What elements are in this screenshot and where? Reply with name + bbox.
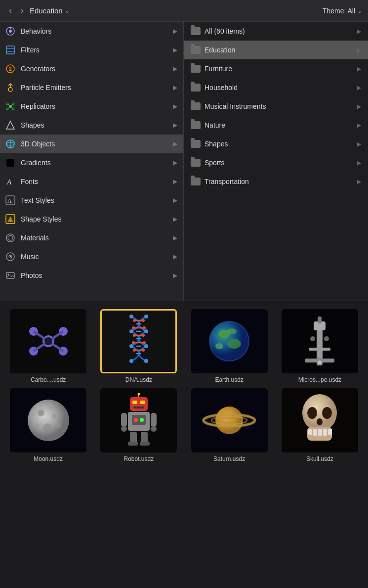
folder-transportation-icon [191,178,201,185]
grid-item-carbo[interactable]: Carbo....usdz [5,309,91,383]
svg-rect-116 [151,413,157,427]
music-chevron: ▶ [173,253,177,260]
sidebar-item-filters[interactable]: Filters ▶ [0,41,183,59]
sidebar: Behaviors ▶ Filters ▶ 2 Generators ▶ [0,22,184,301]
grid-item-dna[interactable]: DNA.usdz [95,309,182,383]
svg-point-124 [215,407,243,434]
theme-selector[interactable]: Theme: All ⌄ [323,7,362,15]
grid-container: Carbo....usdz [0,301,368,470]
transportation-chevron: ▶ [357,179,361,185]
category-furniture[interactable]: Furniture ▶ [184,59,368,78]
shape-styles-icon [5,214,16,225]
materials-chevron: ▶ [173,234,177,241]
svg-point-101 [43,423,52,432]
category-sports[interactable]: Sports ▶ [184,153,368,172]
svg-point-76 [142,334,145,337]
robot-svg [119,393,159,448]
svg-line-17 [8,104,9,106]
category-shapes[interactable]: Shapes ▶ [184,135,368,153]
svg-point-75 [133,334,136,337]
sidebar-item-3d-objects[interactable]: 3D Objects ▶ [0,135,183,153]
folder-shapes-icon [191,140,201,148]
sidebar-item-text-styles-label: Text Styles [21,196,54,204]
sidebar-item-shapes[interactable]: Shapes ▶ [0,116,183,135]
sidebar-item-shape-styles[interactable]: Shape Styles ▶ [0,210,183,228]
svg-point-100 [52,414,57,419]
emitters-icon [5,82,16,93]
svg-line-18 [11,104,12,106]
text-styles-chevron: ▶ [173,197,177,204]
fonts-icon: A [5,176,16,187]
sidebar-item-replicators[interactable]: Replicators ▶ [0,97,183,116]
svg-point-117 [121,426,127,432]
3d-chevron: ▶ [173,140,177,147]
svg-point-86 [227,328,237,334]
svg-rect-25 [6,159,14,167]
svg-marker-31 [7,216,13,222]
svg-point-13 [6,103,8,105]
grid-item-moon[interactable]: Moon.usdz [5,388,91,462]
materials-icon [5,232,16,243]
sidebar-item-generators[interactable]: 2 Generators ▶ [0,59,183,78]
svg-rect-122 [140,442,150,446]
shape-styles-chevron: ▶ [173,216,177,223]
folder-nature-icon [191,121,201,129]
furniture-chevron: ▶ [357,66,361,72]
dna-label: DNA.usdz [125,376,152,383]
category-education[interactable]: Education ▶ [184,41,368,59]
sports-chevron: ▶ [357,160,361,166]
skull-svg [297,393,342,448]
earth-label: Earth.usdz [215,376,243,383]
saturn-svg [200,398,259,443]
sidebar-item-behaviors[interactable]: Behaviors ▶ [0,22,183,41]
svg-rect-135 [313,429,317,436]
sidebar-item-particle-emitters[interactable]: Particle Emitters ▶ [0,78,183,97]
sidebar-item-materials[interactable]: Materials ▶ [0,228,183,247]
robot-thumbnail [100,388,177,452]
sidebar-item-fonts[interactable]: A Fonts ▶ [0,172,183,191]
grid-item-saturn[interactable]: Saturn.usdz [186,388,273,462]
replicators-chevron: ▶ [173,103,177,110]
back-button[interactable]: ‹ [6,4,15,17]
sidebar-item-gradients[interactable]: Gradients ▶ [0,153,183,172]
theme-chevron: ⌄ [357,7,362,14]
grid-item-skull[interactable]: Skull.usdz [277,388,363,462]
category-musical-instruments[interactable]: Musical Instruments ▶ [184,97,368,116]
fonts-chevron: ▶ [173,178,177,185]
sidebar-item-music-label: Music [21,253,39,261]
grid-item-earth[interactable]: Earth.usdz [186,309,273,383]
grid-item-microscope[interactable]: Micros...pe.usdz [277,309,363,383]
sidebar-item-photos-label: Photos [21,271,42,279]
shapes-icon [5,120,16,131]
category-nature-label: Nature [204,121,225,129]
svg-point-84 [227,339,241,349]
category-nature[interactable]: Nature ▶ [184,116,368,135]
forward-button[interactable]: › [18,4,27,17]
svg-line-39 [9,275,11,277]
category-musical-label: Musical Instruments [204,102,266,110]
header-title-chevron: ⌄ [65,7,70,14]
microscope-label: Micros...pe.usdz [298,376,341,383]
asset-grid: Carbo....usdz [5,309,363,462]
header-title[interactable]: Education ⌄ [30,6,70,15]
sidebar-item-music[interactable]: Music ▶ [0,247,183,266]
grid-item-robot[interactable]: Robot.usdz [95,388,182,462]
folder-sports-icon [191,159,201,167]
svg-point-66 [144,329,148,333]
svg-point-63 [129,315,133,318]
sidebar-item-behaviors-label: Behaviors [21,27,51,35]
svg-point-99 [39,410,43,415]
category-household[interactable]: Household ▶ [184,78,368,97]
category-all[interactable]: All (60 items) ▶ [184,22,368,41]
svg-point-95 [310,336,315,341]
sidebar-item-photos[interactable]: Photos ▶ [0,266,183,285]
svg-point-102 [36,423,40,427]
category-transportation[interactable]: Transportation ▶ [184,172,368,191]
emitters-chevron: ▶ [173,84,177,91]
sidebar-item-text-styles[interactable]: A Text Styles ▶ [0,191,183,210]
svg-rect-121 [128,442,138,446]
svg-point-33 [8,235,13,240]
browser-panel: Behaviors ▶ Filters ▶ 2 Generators ▶ [0,22,368,301]
text-styles-icon: A [5,195,16,206]
svg-text:2: 2 [9,66,12,72]
